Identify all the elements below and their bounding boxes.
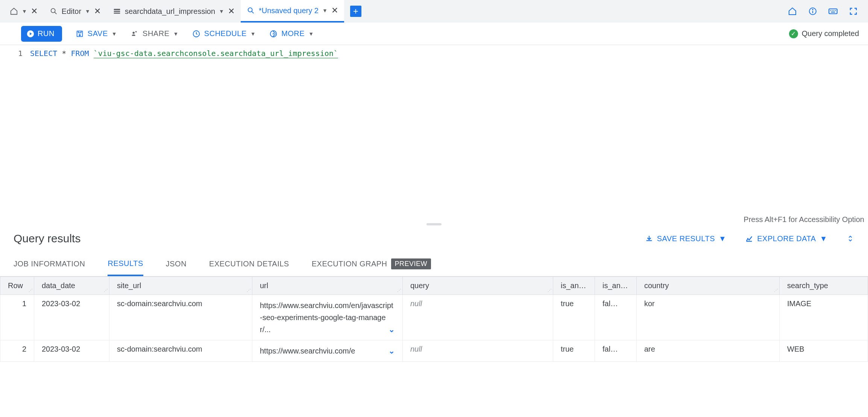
svg-rect-1 — [114, 9, 120, 11]
query-icon — [50, 7, 58, 15]
svg-rect-12 — [835, 10, 836, 11]
tab-exec-graph[interactable]: EXECUTION GRAPH PREVIEW — [312, 252, 431, 276]
expand-collapse-icon[interactable] — [846, 234, 854, 243]
info-icon[interactable] — [808, 6, 818, 16]
save-button[interactable]: SAVE ▼ — [76, 29, 117, 38]
status-label: Query completed — [802, 29, 859, 38]
preview-badge: PREVIEW — [391, 258, 431, 269]
caret-down-icon[interactable]: ▼ — [22, 8, 27, 14]
tab-home[interactable]: ▼ ✕ — [4, 0, 44, 23]
share-button[interactable]: SHARE ▼ — [131, 29, 179, 38]
expand-icon[interactable]: ⌄ — [388, 323, 395, 335]
cell-anon2: fal… — [595, 340, 637, 362]
line-number: 1 — [0, 49, 23, 58]
cell-query: null — [403, 295, 553, 340]
col-url[interactable]: url⋰ — [252, 277, 403, 295]
new-tab-button[interactable]: + — [350, 6, 361, 17]
cell-site-url: sc-domain:searchviu.com — [109, 295, 252, 340]
query-toolbar: RUN SAVE ▼ SHARE ▼ SCHEDULE ▼ MORE ▼ ✓ Q… — [0, 23, 868, 45]
code-content[interactable]: SELECT * FROM `viu-gsc-data.searchconsol… — [30, 45, 868, 225]
caret-down-icon: ▼ — [173, 31, 178, 37]
exec-graph-label: EXECUTION GRAPH — [312, 260, 387, 268]
save-results-label: SAVE RESULTS — [657, 234, 715, 243]
caret-down-icon: ▼ — [112, 31, 117, 37]
resize-handle-icon[interactable]: ⋰ — [774, 289, 778, 294]
cell-url: https://www.searchviu.com/en/javascript-… — [252, 295, 403, 340]
sql-editor[interactable]: 1 SELECT * FROM `viu-gsc-data.searchcons… — [0, 45, 868, 225]
tab-exec-details[interactable]: EXECUTION DETAILS — [209, 253, 289, 275]
caret-down-icon[interactable]: ▼ — [85, 8, 90, 14]
tab-json[interactable]: JSON — [166, 253, 187, 275]
schedule-label: SCHEDULE — [204, 29, 247, 38]
top-tab-bar: ▼ ✕ Editor ▼ ✕ searchdata_url_impression… — [0, 0, 868, 23]
resize-handle-icon[interactable]: ⋰ — [29, 289, 33, 294]
results-header: Query results SAVE RESULTS ▼ EXPLORE DAT… — [0, 225, 868, 252]
close-icon[interactable]: ✕ — [94, 6, 101, 16]
resize-handle-icon[interactable]: ⋰ — [397, 289, 402, 294]
query-status: ✓ Query completed — [789, 29, 859, 38]
schedule-button[interactable]: SCHEDULE ▼ — [192, 29, 256, 38]
home-icon — [10, 7, 18, 15]
close-icon[interactable]: ✕ — [331, 6, 338, 15]
cell-site-url: sc-domain:searchviu.com — [109, 340, 252, 362]
accessibility-hint: Press Alt+F1 for Accessibility Option — [744, 215, 864, 224]
col-data-date[interactable]: data_date⋰ — [34, 277, 109, 295]
cell-row-num: 2 — [0, 340, 34, 362]
col-search-type[interactable]: search_type — [780, 277, 868, 295]
col-country[interactable]: country⋰ — [637, 277, 780, 295]
results-table: Row⋰ data_date⋰ site_url⋰ url⋰ query⋰ is… — [0, 276, 868, 362]
col-row[interactable]: Row⋰ — [0, 277, 34, 295]
col-is-anon-1[interactable]: is_anon — [553, 277, 595, 295]
more-label: MORE — [281, 29, 305, 38]
resize-handle-icon[interactable]: ⋰ — [104, 289, 108, 294]
cell-anon1: true — [553, 340, 595, 362]
svg-rect-13 — [831, 12, 835, 12]
run-label: RUN — [38, 29, 55, 38]
tab-table[interactable]: searchdata_url_impression ▼ ✕ — [107, 0, 241, 23]
explore-data-label: EXPLORE DATA — [757, 234, 816, 243]
resize-handle-icon[interactable]: ⋰ — [548, 289, 552, 294]
table-row: 2 2023-03-02 sc-domain:searchviu.com htt… — [0, 340, 868, 362]
line-gutter: 1 — [0, 45, 30, 225]
more-button[interactable]: MORE ▼ — [269, 29, 314, 38]
cell-data-date: 2023-03-02 — [34, 340, 109, 362]
tab-editor[interactable]: Editor ▼ ✕ — [44, 0, 107, 23]
svg-point-16 — [133, 32, 135, 34]
tab-unsaved-query[interactable]: *Unsaved query 2 ▼ ✕ — [241, 0, 344, 23]
svg-rect-10 — [832, 10, 833, 11]
col-is-anon-2[interactable]: is_anon — [595, 277, 637, 295]
keyboard-icon[interactable] — [828, 6, 838, 16]
caret-down-icon[interactable]: ▼ — [322, 8, 328, 14]
svg-rect-11 — [833, 10, 834, 11]
tab-label: *Unsaved query 2 — [259, 6, 319, 15]
expand-icon[interactable]: ⌄ — [388, 345, 395, 357]
tab-job-info[interactable]: JOB INFORMATION — [14, 253, 85, 275]
cell-query: null — [403, 340, 553, 362]
explore-data-button[interactable]: EXPLORE DATA ▼ — [745, 234, 827, 243]
col-site-url[interactable]: site_url⋰ — [109, 277, 252, 295]
tab-label: searchdata_url_impression — [125, 7, 215, 16]
home-pin-icon[interactable] — [788, 6, 797, 16]
svg-rect-9 — [830, 10, 831, 11]
cell-search-type: IMAGE — [780, 295, 868, 340]
col-query[interactable]: query⋰ — [403, 277, 553, 295]
close-icon[interactable]: ✕ — [31, 6, 38, 16]
tab-results[interactable]: RESULTS — [108, 252, 143, 276]
check-icon: ✓ — [789, 29, 798, 38]
table-icon — [113, 7, 121, 15]
resize-handle-icon[interactable]: ⋰ — [247, 289, 251, 294]
save-results-button[interactable]: SAVE RESULTS ▼ — [645, 234, 727, 243]
run-button[interactable]: RUN — [21, 26, 62, 42]
close-icon[interactable]: ✕ — [228, 6, 235, 16]
caret-down-icon[interactable]: ▼ — [219, 8, 224, 14]
resize-handle[interactable] — [426, 223, 442, 225]
caret-down-icon: ▼ — [820, 234, 827, 243]
caret-down-icon: ▼ — [308, 31, 314, 37]
result-tabs: JOB INFORMATION RESULTS JSON EXECUTION D… — [0, 252, 868, 276]
table-row: 1 2023-03-02 sc-domain:searchviu.com htt… — [0, 295, 868, 340]
cell-search-type: WEB — [780, 340, 868, 362]
svg-point-7 — [812, 9, 813, 10]
tab-label: Editor — [62, 7, 81, 16]
results-title: Query results — [14, 232, 80, 245]
fullscreen-icon[interactable] — [848, 6, 858, 16]
